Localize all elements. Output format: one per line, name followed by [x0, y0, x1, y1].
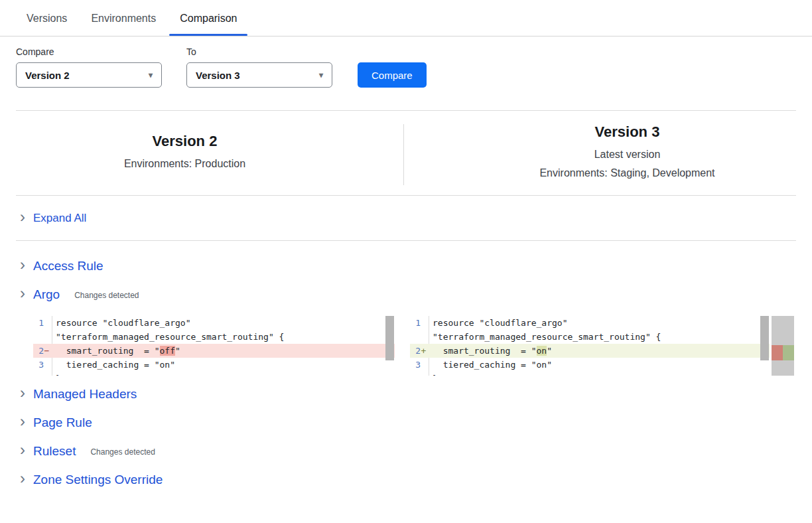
section-label: Page Rule: [33, 415, 92, 430]
from-version-select[interactable]: Version 2 ▾: [16, 62, 162, 88]
vertical-divider: [403, 124, 404, 185]
compare-to-field: To Version 3 ▾: [186, 46, 332, 88]
section-managed-headers[interactable]: › Managed Headers: [0, 380, 812, 408]
diff-right-scrollbar: [760, 316, 770, 376]
section-label: Ruleset: [33, 444, 76, 459]
diff-left-pane: 1resource "cloudflare_argo""terraform_ma…: [33, 316, 395, 376]
to-version-select[interactable]: Version 3 ▾: [186, 62, 332, 88]
chevron-right-icon: ›: [20, 388, 25, 398]
diff-line: 3 tiered_caching = "on": [410, 358, 770, 372]
tabbar: Versions Environments Comparison: [0, 0, 812, 37]
section-zone-settings-override[interactable]: › Zone Settings Override: [0, 465, 812, 494]
version-right-subtitle-1: Latest version: [442, 145, 812, 164]
tab-environments-label: Environments: [91, 13, 156, 24]
diff-line: 2− smart_routing = "off": [33, 344, 395, 358]
active-tab-underline: [169, 34, 247, 36]
caret-down-icon: ▾: [319, 70, 323, 80]
caret-down-icon: ▾: [149, 70, 153, 80]
chevron-right-icon: ›: [20, 474, 25, 483]
version-right-header: Version 3 Latest version Environments: S…: [406, 123, 812, 183]
to-version-value: Version 3: [196, 70, 240, 81]
diff-line: 4}: [33, 372, 395, 376]
chevron-right-icon: ›: [20, 417, 25, 426]
section-label: Zone Settings Override: [33, 473, 163, 487]
version-left-subtitle: Environments: Production: [0, 155, 370, 173]
version-left-title: Version 2: [0, 133, 370, 150]
diff-line: "terraform_managed_resource_smart_routin…: [410, 330, 770, 344]
argo-diff-viewer: 1resource "cloudflare_argo""terraform_ma…: [33, 316, 812, 376]
version-left-header: Version 2 Environments: Production: [0, 133, 406, 173]
tab-versions[interactable]: Versions: [15, 0, 79, 36]
changes-detected-badge: Changes detected: [74, 289, 139, 300]
from-version-value: Version 2: [25, 70, 70, 81]
tab-comparison-label: Comparison: [180, 13, 237, 24]
section-label: Access Rule: [33, 259, 103, 273]
version-right-title: Version 3: [442, 123, 812, 141]
compare-form: Compare Version 2 ▾ To Version 3 ▾ Compa…: [0, 37, 812, 88]
diff-minimap: [772, 316, 794, 376]
diff-right-code: 1resource "cloudflare_argo""terraform_ma…: [410, 316, 770, 376]
minimap-added-marker: [783, 345, 794, 360]
to-label: To: [186, 46, 332, 57]
section-ruleset[interactable]: › Ruleset Changes detected: [0, 437, 812, 465]
chevron-right-icon: ›: [20, 289, 25, 298]
diff-line: "terraform_managed_resource_smart_routin…: [33, 330, 395, 344]
scrollbar-thumb[interactable]: [760, 316, 769, 360]
compare-from-field: Compare Version 2 ▾: [16, 46, 162, 88]
compare-label: Compare: [16, 46, 162, 57]
tab-versions-label: Versions: [27, 13, 67, 24]
diff-line: 4}: [410, 372, 770, 376]
diff-left-scrollbar: [385, 316, 395, 376]
tab-environments[interactable]: Environments: [79, 0, 168, 36]
chevron-right-icon: ›: [20, 445, 25, 455]
section-page-rule[interactable]: › Page Rule: [0, 408, 812, 437]
version-headers: Version 2 Environments: Production Versi…: [0, 111, 812, 195]
diff-left-code: 1resource "cloudflare_argo""terraform_ma…: [33, 316, 395, 376]
chevron-right-icon: ›: [20, 260, 25, 269]
expand-all-button[interactable]: › Expand All: [0, 196, 812, 240]
section-argo[interactable]: › Argo Changes detected: [0, 280, 812, 309]
section-label: Managed Headers: [33, 387, 137, 402]
changes-detected-badge: Changes detected: [90, 445, 155, 457]
expand-all-label: Expand All: [33, 212, 86, 225]
section-list: › Access Rule › Argo Changes detected 1r…: [0, 241, 812, 494]
tab-comparison[interactable]: Comparison: [168, 0, 249, 36]
version-right-subtitle-2: Environments: Staging, Development: [442, 164, 812, 183]
section-label: Argo: [33, 287, 60, 302]
diff-line: 2+ smart_routing = "on": [410, 344, 770, 358]
scrollbar-thumb[interactable]: [385, 316, 394, 360]
diff-right-pane: 1resource "cloudflare_argo""terraform_ma…: [410, 316, 770, 376]
diff-line: 1resource "cloudflare_argo": [410, 316, 770, 330]
diff-line: 3 tiered_caching = "on": [33, 358, 395, 372]
compare-button[interactable]: Compare: [358, 62, 427, 88]
minimap-removed-marker: [772, 345, 783, 360]
chevron-right-icon: ›: [20, 212, 25, 222]
diff-line: 1resource "cloudflare_argo": [33, 316, 395, 330]
section-access-rule[interactable]: › Access Rule: [0, 252, 812, 280]
